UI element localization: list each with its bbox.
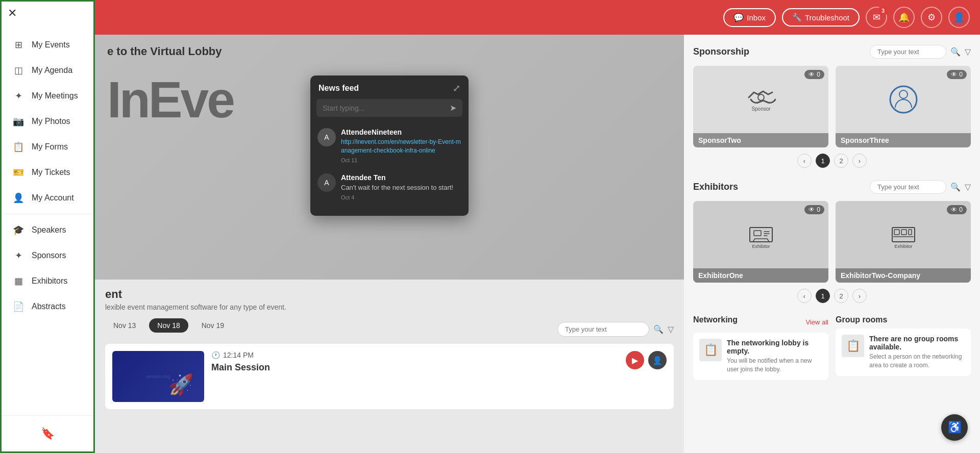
svg-text:Exhibitor: Exhibitor (894, 244, 912, 249)
session-card: session img 🚀 🕐 12:14 PM Main Session ▶ … (105, 344, 674, 409)
sponsorship-prev-button[interactable]: ‹ (797, 154, 812, 168)
message-text-1[interactable]: http://inevent.com/en/newsletter-by-Even… (341, 138, 461, 155)
sponsorship-cards: 👁 0 Sponsor SponsorTwo (693, 66, 971, 147)
sponsorship-page-2[interactable]: 2 (834, 154, 848, 168)
hero-title: e to the Virtual Lobby (107, 45, 222, 58)
sidebar-item-abstracts[interactable]: 📄 Abstracts (2, 294, 93, 319)
sidebar-item-my-meetings[interactable]: ✦ My Meetings (2, 83, 93, 109)
gear-icon: ⚙ (927, 12, 936, 23)
exhibitors-page-2[interactable]: 2 (834, 289, 848, 303)
date-tab-nov13[interactable]: Nov 13 (105, 318, 144, 333)
networking-panel: Networking View all 📋 The networking lob… (693, 315, 828, 380)
session-info: 🕐 12:14 PM Main Session (211, 351, 619, 402)
account-icon: 👤 (12, 192, 24, 204)
messages-button[interactable]: ✉ 3 (866, 7, 887, 28)
sponsorship-page-1[interactable]: 1 (816, 154, 830, 168)
notification-badge: 3 (878, 6, 888, 16)
exhibitors-page-1[interactable]: 1 (816, 289, 830, 303)
exhibitors-next-button[interactable]: › (852, 289, 867, 303)
meetings-icon: ✦ (12, 90, 24, 102)
exhibitors-section: Exhibitors 🔍 ▽ 👁 0 (693, 180, 971, 303)
networking-empty-icon: 📋 (699, 339, 722, 361)
session-thumbnail: session img 🚀 (112, 351, 204, 402)
sponsorship-search-input[interactable] (870, 45, 946, 59)
sidebar: ✕ ⊞ My Events ◫ My Agenda ✦ My Meetings … (0, 0, 95, 453)
group-rooms-empty-icon: 📋 (842, 335, 864, 357)
svg-rect-5 (754, 231, 761, 236)
sponsorship-filter-button[interactable]: ▽ (965, 47, 971, 57)
sponsorship-header: Sponsorship 🔍 ▽ (693, 45, 971, 59)
sidebar-item-my-agenda[interactable]: ◫ My Agenda (2, 58, 93, 83)
sidebar-item-my-events[interactable]: ⊞ My Events (2, 32, 93, 58)
notifications-button[interactable]: 🔔 (893, 7, 915, 28)
sidebar-item-label: Sponsors (32, 251, 66, 260)
sidebar-item-my-photos[interactable]: 📷 My Photos (2, 109, 93, 134)
session-search-icon-button[interactable]: 🔍 (653, 324, 664, 334)
sponsorship-next-button[interactable]: › (852, 154, 867, 168)
exhibitor-view-count-1: 👁 0 (804, 205, 824, 214)
accessibility-button[interactable]: ♿ (941, 414, 968, 441)
sidebar-item-label: My Tickets (32, 168, 70, 177)
exhibitors-filter-button[interactable]: ▽ (965, 182, 971, 192)
sidebar-item-my-tickets[interactable]: 🎫 My Tickets (2, 160, 93, 185)
news-feed-message-2: A Attendee Ten Can't wait for the next s… (310, 168, 469, 206)
clock-icon: 🕐 (211, 351, 220, 359)
session-search-row: 🔍 ▽ (557, 322, 674, 337)
sponsorship-search-button[interactable]: 🔍 (950, 47, 961, 57)
news-feed-input-row: ➤ (316, 99, 462, 117)
group-rooms-empty-title: There are no group rooms available. (869, 335, 965, 351)
group-rooms-panel: Group rooms 📋 There are no group rooms a… (836, 315, 971, 380)
sidebar-item-speakers[interactable]: 🎓 Speakers (2, 217, 93, 243)
settings-button[interactable]: ⚙ (921, 7, 942, 28)
inbox-button[interactable]: 💬 Inbox (723, 8, 776, 27)
sidebar-item-label: My Forms (32, 142, 68, 152)
session-time: 🕐 12:14 PM (211, 351, 619, 359)
sidebar-item-label: My Photos (32, 117, 70, 126)
news-feed-send-button[interactable]: ➤ (450, 103, 456, 113)
sidebar-item-my-account[interactable]: 👤 My Account (2, 185, 93, 211)
session-search-input[interactable] (557, 322, 649, 337)
networking-view-all[interactable]: View all (805, 318, 828, 326)
exhibitor-card-2[interactable]: 👁 0 Exhibitor ExhibitorTwo-Co (836, 201, 971, 283)
eye-icon: 👁 (808, 206, 815, 213)
news-feed-input[interactable] (323, 104, 450, 112)
date-tab-nov18[interactable]: Nov 18 (149, 318, 188, 333)
sidebar-item-my-forms[interactable]: 📋 My Forms (2, 134, 93, 160)
sidebar-item-label: Speakers (32, 225, 66, 235)
troubleshoot-label: Troubleshoot (805, 13, 849, 22)
sidebar-close-button[interactable]: ✕ (8, 7, 17, 20)
exhibitor-card-1[interactable]: 👁 0 Exhibitor ExhibitorOne (693, 201, 828, 283)
session-join-button[interactable]: ▶ (626, 351, 644, 369)
exhibitors-icon: ▦ (12, 275, 24, 287)
exhibitors-search-button[interactable]: 🔍 (950, 182, 961, 192)
exhibitors-prev-button[interactable]: ‹ (797, 289, 812, 303)
user-avatar-button[interactable]: 👤 (948, 7, 970, 28)
session-action-icons: ▶ 👤 (626, 351, 667, 402)
message-author-2: Attendee Ten (341, 173, 461, 182)
sponsor-name-1: SponsorTwo (693, 133, 828, 147)
sidebar-extra-icon[interactable]: 🔖 (2, 421, 93, 446)
hero-area: e to the Virtual Lobby InEve News feed ⤢… (95, 35, 684, 280)
exhibitor-name-2: ExhibitorTwo-Company (836, 268, 971, 283)
header: lobby 💬 Inbox 🔧 Troubleshoot ✉ 3 🔔 ⚙ 👤 (0, 0, 980, 35)
group-rooms-empty-text: There are no group rooms available. Sele… (869, 335, 965, 370)
news-feed-expand-button[interactable]: ⤢ (453, 83, 460, 94)
inbox-icon: 💬 (733, 13, 744, 22)
inbox-label: Inbox (747, 13, 766, 22)
sponsor-view-count-2: 👁 0 (947, 70, 967, 79)
session-filter-button[interactable]: ▽ (668, 324, 674, 334)
sponsors-icon: ✦ (12, 250, 24, 261)
sponsor-card-2[interactable]: 👁 0 SponsorThree (836, 66, 971, 147)
sidebar-item-sponsors[interactable]: ✦ Sponsors (2, 243, 93, 268)
sidebar-item-exhibitors[interactable]: ▦ Exhibitors (2, 268, 93, 294)
sponsor-card-1[interactable]: 👁 0 Sponsor SponsorTwo (693, 66, 828, 147)
session-user-button[interactable]: 👤 (648, 351, 667, 369)
group-rooms-title: Group rooms (836, 315, 887, 324)
exhibitors-title: Exhibitors (693, 182, 738, 192)
main-content: e to the Virtual Lobby InEve News feed ⤢… (95, 35, 980, 453)
agenda-icon: ◫ (12, 65, 24, 76)
date-tab-nov19[interactable]: Nov 19 (193, 318, 232, 333)
session-time-value: 12:14 PM (223, 351, 254, 359)
exhibitors-search-input[interactable] (870, 180, 946, 194)
troubleshoot-button[interactable]: 🔧 Troubleshoot (782, 8, 860, 27)
